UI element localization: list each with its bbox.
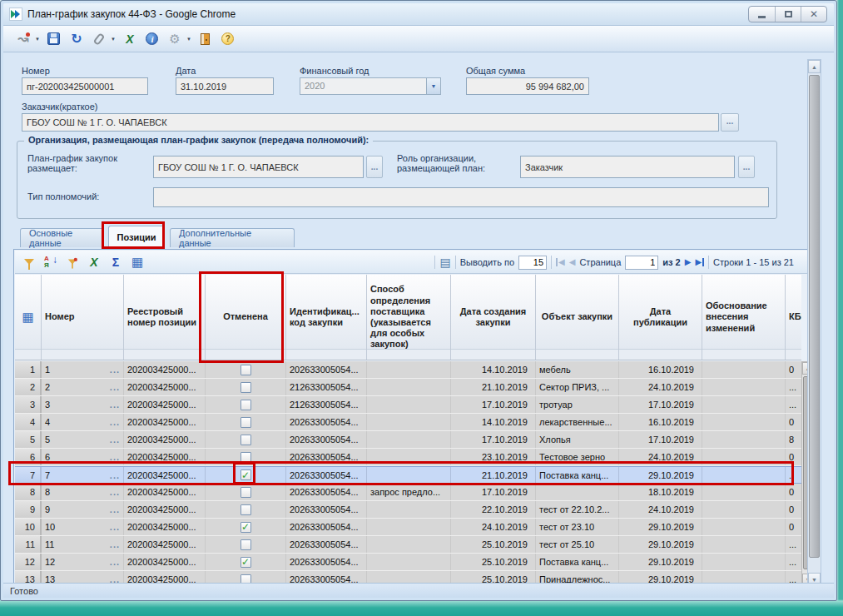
column-header[interactable]: Номер [42, 275, 124, 360]
maximize-button[interactable] [775, 7, 801, 22]
role-lookup-button[interactable]: ... [738, 156, 755, 178]
excel-export-button[interactable]: X [121, 31, 138, 47]
customer-field[interactable] [22, 113, 719, 132]
sort-icon[interactable]: АЯ↓ [43, 255, 58, 270]
exit-button[interactable] [197, 31, 214, 47]
ellipsis-button[interactable]: ... [110, 435, 120, 445]
column-header[interactable]: Дата публикации [619, 275, 702, 360]
table-row[interactable]: 11...202003425000...202633005054...14.10… [15, 361, 801, 379]
table-row[interactable]: 1111...202003425000...202633005054...25.… [15, 536, 801, 554]
first-page-button[interactable]: ◀ [556, 258, 565, 266]
cancelled-checkbox[interactable] [241, 522, 251, 533]
authority-type-field[interactable] [153, 187, 769, 207]
ellipsis-button[interactable]: ... [110, 557, 120, 567]
table-row[interactable]: 33...202003425000...212633005054...17.10… [15, 396, 801, 414]
next-page-button[interactable]: ▶ [685, 258, 692, 266]
table-row[interactable]: 44...202003425000...202633005054...14.10… [15, 414, 801, 431]
cancelled-checkbox[interactable] [241, 504, 251, 515]
placer-lookup-button[interactable]: ... [366, 156, 383, 178]
column-header[interactable]: КБК [786, 275, 801, 360]
column-header[interactable]: Реестровый номер позиции [124, 275, 206, 360]
tab-main-data[interactable]: Основные данные [20, 228, 104, 247]
ellipsis-button[interactable]: ... [110, 417, 120, 427]
filter-icon[interactable] [22, 255, 37, 270]
column-header[interactable]: Обоснование внесения изменений [702, 275, 786, 360]
settings-dropdown-icon[interactable]: ▼ [186, 37, 191, 42]
attach-dropdown-icon[interactable]: ▼ [111, 37, 116, 42]
cancelled-checkbox[interactable] [241, 469, 251, 480]
refresh-button[interactable]: ↻ [68, 31, 85, 47]
attach-button[interactable] [91, 31, 107, 47]
cell-registry: 202003425000... [124, 379, 206, 395]
cancelled-checkbox[interactable] [241, 435, 251, 445]
ellipsis-button[interactable]: ... [110, 522, 120, 532]
select-all-header[interactable]: ▦ [15, 275, 42, 360]
form-scrollbar[interactable]: ▲ ▼ [807, 59, 821, 587]
cell-num: 7... [42, 467, 124, 483]
page-number-input[interactable] [625, 256, 658, 270]
ellipsis-button[interactable]: ... [110, 504, 120, 514]
ellipsis-button[interactable]: ... [110, 365, 120, 375]
last-page-button[interactable]: ▶ [695, 258, 704, 266]
table-row[interactable]: 77...202003425000...202633005054...21.10… [15, 466, 801, 484]
cancelled-checkbox[interactable] [241, 452, 251, 463]
ellipsis-button[interactable]: ... [110, 487, 120, 497]
cell-method [367, 536, 451, 553]
workflow-icon[interactable]: ↝ [15, 31, 32, 47]
ellipsis-button[interactable]: ... [110, 452, 120, 462]
tab-additional-data[interactable]: Дополнительные данные [170, 228, 295, 247]
cancelled-checkbox[interactable] [241, 382, 251, 393]
form-scroll-up-icon[interactable]: ▲ [808, 60, 821, 73]
save-button[interactable] [46, 31, 62, 47]
sum-icon[interactable]: Σ [108, 255, 123, 270]
cell-published: 29.10.2019 [619, 536, 702, 553]
fiscal-year-select[interactable]: 2020 ▼ [300, 77, 441, 95]
table-row[interactable]: 55...202003425000...202633005054...17.10… [15, 431, 801, 449]
chevron-down-icon[interactable]: ▼ [426, 78, 440, 94]
cancelled-checkbox[interactable] [241, 365, 251, 375]
cancelled-checkbox[interactable] [241, 557, 251, 568]
grid-settings-icon[interactable]: ▦ [130, 255, 145, 270]
table-row[interactable]: 1010...202003425000...202633005054...24.… [15, 519, 801, 536]
table-row[interactable]: 66...202003425000...202633005054...23.10… [15, 449, 801, 466]
cancelled-checkbox[interactable] [241, 539, 251, 550]
cancelled-checkbox[interactable] [241, 417, 251, 428]
ellipsis-button[interactable]: ... [110, 539, 120, 549]
close-button[interactable]: ✕ [801, 7, 826, 22]
column-header[interactable]: Способ определения поставщика (указывает… [367, 275, 451, 360]
column-header[interactable]: Дата создания закупки [451, 275, 536, 360]
form-scrollbar-thumb[interactable] [809, 75, 820, 558]
cell-created: 17.10.2019 [451, 396, 536, 413]
role-field[interactable] [520, 156, 735, 178]
table-row[interactable]: 88...202003425000...202633005054...запро… [15, 484, 801, 501]
page-size-input[interactable] [518, 256, 547, 270]
excel-export-icon[interactable]: X [87, 255, 102, 270]
table-row[interactable]: 22...202003425000...212633005054...21.10… [15, 379, 801, 396]
filter-clear-icon[interactable] [65, 255, 80, 270]
cell-method: запрос предло... [367, 484, 451, 500]
customer-lookup-button[interactable]: ... [721, 113, 739, 132]
tab-positions[interactable]: Позиции [108, 226, 165, 247]
table-row[interactable]: 99...202003425000...202633005054...22.10… [15, 501, 801, 519]
column-header[interactable]: Объект закупки [536, 275, 619, 360]
total-sum-field[interactable] [466, 77, 589, 95]
ellipsis-button[interactable]: ... [110, 470, 120, 480]
cancelled-checkbox[interactable] [241, 400, 251, 410]
workflow-dropdown-icon[interactable]: ▼ [35, 37, 40, 42]
cell-num: 6... [42, 449, 124, 465]
column-header[interactable]: Идентификац... код закупки [286, 275, 367, 360]
ellipsis-button[interactable]: ... [110, 400, 120, 410]
info-button[interactable]: i [144, 31, 161, 47]
column-header[interactable]: Отменена [206, 275, 286, 360]
table-row[interactable]: 1212...202003425000...202633005054...25.… [15, 554, 801, 571]
prev-page-button[interactable]: ◀ [569, 258, 576, 266]
cancelled-checkbox[interactable] [241, 487, 251, 498]
help-button[interactable]: ? [220, 31, 236, 47]
ellipsis-button[interactable]: ... [110, 382, 120, 392]
minimize-button[interactable] [749, 7, 775, 22]
settings-button[interactable]: ⚙ [166, 31, 183, 47]
grid-refresh-icon[interactable]: ▤ [439, 256, 450, 269]
number-field[interactable] [22, 77, 148, 95]
date-field[interactable] [176, 77, 274, 95]
placer-field[interactable] [153, 156, 364, 178]
